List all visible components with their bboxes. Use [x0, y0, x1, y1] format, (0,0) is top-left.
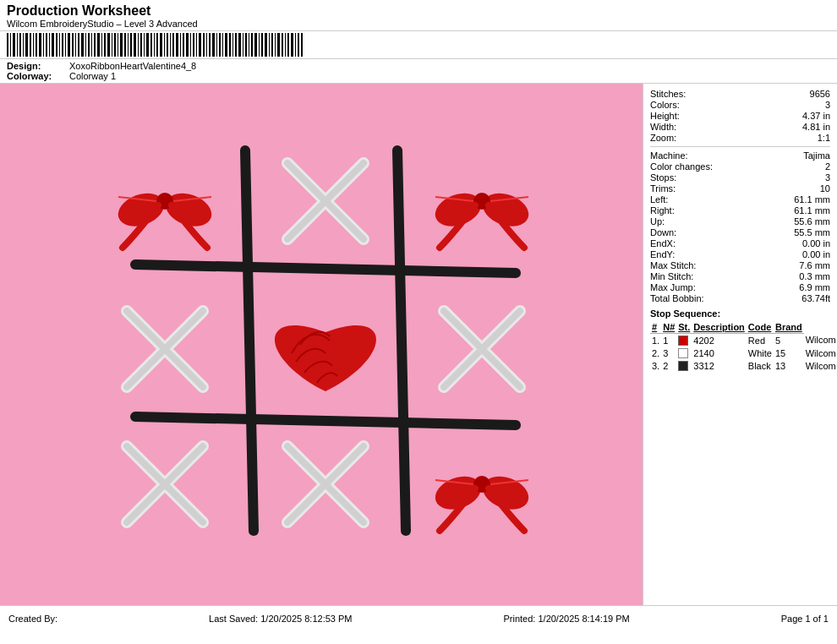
design-info: Design: XoxoRibbonHeartValentine4_8 Colo…: [0, 59, 837, 84]
width-value: 4.81 in: [802, 122, 830, 132]
stop-sequence-title: Stop Sequence:: [650, 308, 830, 319]
stop-sequence-table: # N# St. Description Code Brand 1.14202R…: [650, 321, 837, 372]
svg-rect-60: [203, 33, 205, 57]
row-color-swatch: [676, 334, 692, 347]
down-label: Down:: [650, 227, 726, 237]
svg-rect-64: [216, 33, 217, 57]
total-bobbin-row: Total Bobbin: 63.74ft: [650, 293, 830, 303]
right-value: 61.1 mm: [794, 205, 830, 216]
svg-rect-83: [277, 33, 280, 57]
width-row: Width: 4.81 in: [650, 122, 830, 132]
total-bobbin-value: 63.74ft: [801, 293, 830, 303]
svg-rect-3: [17, 33, 18, 57]
footer: Created By: Last Saved: 1/20/2025 8:12:5…: [0, 605, 837, 630]
table-row: 3.23312Black13Wilcom: [650, 359, 837, 372]
svg-rect-6: [25, 33, 28, 57]
svg-rect-65: [219, 33, 221, 57]
max-stitch-value: 7.6 mm: [799, 260, 830, 270]
height-label: Height:: [650, 111, 726, 121]
min-stitch-row: Min Stitch: 0.3 mm: [650, 271, 830, 281]
up-row: Up: 55.6 mm: [650, 216, 830, 226]
svg-rect-17: [62, 33, 63, 57]
svg-rect-72: [243, 33, 243, 57]
zoom-value: 1:1: [818, 133, 830, 143]
svg-rect-9: [36, 33, 37, 57]
svg-rect-1: [10, 33, 11, 57]
endx-label: EndX:: [650, 238, 726, 248]
row-num: 1.: [650, 334, 661, 347]
barcode-row: [0, 31, 837, 59]
svg-rect-34: [118, 33, 118, 57]
svg-rect-2: [13, 33, 15, 57]
row-code: 15: [774, 347, 804, 359]
last-saved: Last Saved: 1/20/2025 8:12:53 PM: [209, 614, 352, 624]
svg-rect-15: [56, 33, 57, 57]
svg-rect-19: [68, 33, 70, 57]
max-jump-row: Max Jump: 6.9 mm: [650, 282, 830, 292]
stop-sequence: Stop Sequence: # N# St. Description Code…: [650, 308, 830, 372]
svg-rect-73: [245, 33, 247, 57]
row-code-num: 3312: [692, 359, 747, 372]
svg-rect-16: [59, 33, 60, 57]
row-n: 2: [661, 359, 676, 372]
svg-rect-89: [298, 33, 299, 57]
svg-rect-58: [196, 33, 197, 57]
svg-rect-52: [176, 33, 178, 57]
embroidery-area: [0, 84, 643, 605]
trims-value: 10: [820, 183, 830, 194]
table-row: 2.32140White15Wilcom: [650, 347, 837, 359]
min-stitch-value: 0.3 mm: [799, 271, 830, 281]
svg-rect-51: [172, 33, 174, 57]
svg-rect-0: [7, 33, 8, 57]
machine-row: Machine: Tajima: [650, 150, 830, 161]
svg-rect-8: [33, 33, 34, 57]
stops-label: Stops:: [650, 172, 726, 183]
svg-rect-12: [46, 33, 47, 57]
printed-label: Printed:: [503, 614, 535, 624]
svg-rect-22: [78, 33, 79, 57]
min-stitch-label: Min Stitch:: [650, 271, 726, 281]
printed-value: 1/20/2025 8:14:19 PM: [538, 614, 629, 624]
endx-row: EndX: 0.00 in: [650, 238, 830, 248]
svg-rect-86: [287, 33, 289, 57]
stitches-row: Stitches: 9656: [650, 89, 830, 99]
max-stitch-label: Max Stitch:: [650, 260, 726, 270]
col-description: Description: [692, 321, 747, 334]
last-saved-label: Last Saved:: [209, 614, 258, 624]
row-code-num: 2140: [692, 347, 747, 359]
svg-rect-5: [23, 33, 24, 57]
endy-label: EndY:: [650, 249, 726, 259]
stops-row: Stops: 3: [650, 172, 830, 183]
svg-rect-36: [124, 33, 126, 57]
svg-rect-75: [251, 33, 253, 57]
svg-rect-18: [65, 33, 66, 57]
color-changes-row: Color changes: 2: [650, 161, 830, 172]
svg-rect-74: [249, 33, 249, 57]
total-bobbin-label: Total Bobbin:: [650, 293, 726, 303]
row-description: Black: [747, 359, 774, 372]
header: Production Worksheet Wilcom EmbroiderySt…: [0, 0, 837, 31]
svg-rect-62: [209, 33, 211, 57]
trims-row: Trims: 10: [650, 183, 830, 194]
svg-rect-44: [150, 33, 152, 57]
last-saved-value: 1/20/2025 8:12:53 PM: [260, 614, 352, 624]
down-value: 55.5 mm: [794, 227, 830, 237]
svg-rect-47: [160, 33, 162, 57]
stitches-value: 9656: [810, 89, 830, 99]
height-row: Height: 4.37 in: [650, 111, 830, 121]
svg-rect-24: [85, 33, 86, 57]
svg-rect-43: [146, 33, 149, 57]
svg-rect-84: [282, 33, 283, 57]
svg-rect-11: [43, 33, 44, 57]
table-header-row: # N# St. Description Code Brand: [650, 321, 837, 334]
svg-rect-29: [101, 33, 102, 57]
right-panel: Stitches: 9656 Colors: 3 Height: 4.37 in…: [643, 84, 837, 605]
right-row: Right: 61.1 mm: [650, 205, 830, 216]
svg-rect-70: [235, 33, 237, 57]
svg-rect-90: [301, 33, 303, 57]
svg-line-91: [245, 150, 254, 531]
stops-value: 3: [825, 172, 830, 183]
left-label: Left:: [650, 194, 726, 205]
svg-rect-23: [81, 33, 84, 57]
svg-rect-61: [206, 33, 207, 57]
